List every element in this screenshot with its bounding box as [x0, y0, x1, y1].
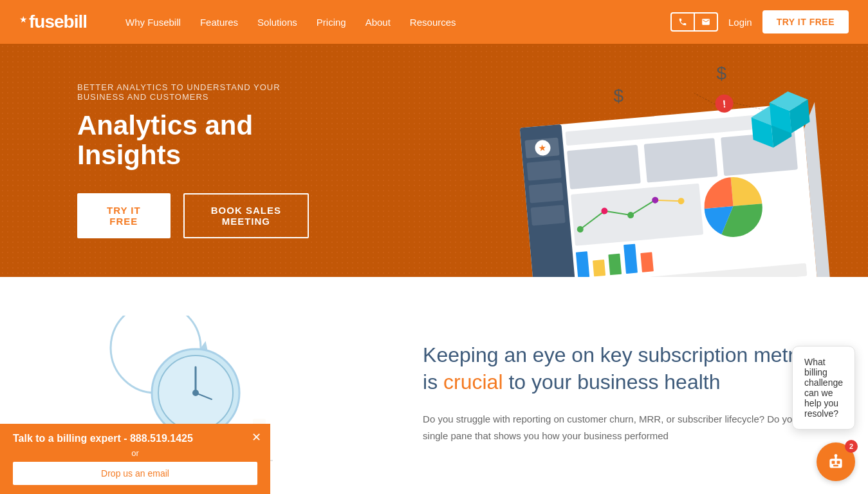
nav-features[interactable]: Features: [200, 17, 238, 28]
hero-content: BETTER ANALYTICS TO UNDERSTAND YOUR BUSI…: [0, 44, 386, 277]
svg-rect-54: [833, 465, 838, 466]
chat-bubble: What billing challenge can we help you r…: [792, 346, 855, 430]
dollar-sign-2: $: [716, 63, 726, 84]
phone-icon: [678, 17, 687, 26]
hero-subtitle: BETTER ANALYTICS TO UNDERSTAND YOUR BUSI…: [77, 82, 309, 102]
chat-widget: What billing challenge can we help you r…: [817, 442, 855, 481]
hero-buttons: TRY IT FREE BOOK SALES MEETING: [77, 193, 309, 238]
nav-pricing[interactable]: Pricing: [317, 17, 346, 28]
svg-rect-13: [644, 138, 718, 182]
phone-icon-button[interactable]: [672, 14, 694, 30]
robot-icon: [826, 451, 846, 472]
logo[interactable]: ★ fusebill: [19, 12, 87, 32]
logo-star-icon: ★: [19, 14, 28, 24]
logo-text: fusebill: [29, 12, 87, 32]
notif-bar-text: Talk to a billing expert - 888.519.1425: [13, 433, 193, 444]
chat-avatar-button[interactable]: 2: [817, 442, 855, 481]
svg-point-56: [835, 454, 838, 457]
svg-rect-26: [576, 251, 589, 277]
contact-icons: [670, 12, 718, 32]
try-free-header-button[interactable]: TRY IT FREE: [762, 10, 849, 33]
login-button[interactable]: Login: [728, 17, 752, 28]
notif-bar-close-button[interactable]: ✕: [252, 430, 261, 444]
hero-illustration: $ $: [495, 50, 842, 277]
hero-section: BETTER ANALYTICS TO UNDERSTAND YOUR BUSI…: [0, 44, 868, 277]
svg-rect-7: [528, 182, 563, 203]
dashboard-svg: ★: [495, 50, 836, 277]
header-actions: Login TRY IT FREE: [670, 10, 849, 33]
nav-solutions[interactable]: Solutions: [257, 17, 297, 28]
nav-about[interactable]: About: [365, 17, 391, 28]
svg-text:★: ★: [538, 142, 547, 153]
section-body: Do you struggle with reporting on custom…: [423, 411, 836, 444]
notification-bar: ✕ Talk to a billing expert - 888.519.142…: [0, 424, 270, 494]
svg-rect-52: [832, 461, 835, 464]
svg-rect-6: [526, 160, 561, 180]
svg-rect-27: [593, 260, 605, 276]
svg-rect-30: [640, 252, 654, 272]
heading-highlight: crucial: [443, 370, 503, 394]
svg-rect-51: [829, 459, 842, 468]
svg-rect-12: [567, 145, 641, 189]
chat-badge: 2: [845, 440, 858, 453]
svg-line-41: [694, 91, 716, 106]
svg-point-46: [192, 390, 199, 396]
svg-rect-8: [531, 205, 566, 225]
main-nav: Why Fusebill Features Solutions Pricing …: [125, 17, 670, 28]
nav-resources[interactable]: Resources: [410, 17, 456, 28]
svg-rect-53: [837, 461, 840, 464]
heading-part2: to your business health: [503, 370, 721, 394]
email-icon-button[interactable]: [694, 14, 717, 30]
notif-bar-email-button[interactable]: Drop us an email: [13, 462, 257, 485]
try-free-hero-button[interactable]: TRY IT FREE: [77, 193, 171, 238]
email-icon: [701, 17, 710, 26]
section-heading: Keeping an eye on key subscription metri…: [423, 342, 836, 395]
chat-avatar-container: 2: [817, 442, 855, 481]
chat-bubble-text: What billing challenge can we help you r…: [804, 357, 843, 419]
dollar-sign-1: $: [613, 86, 623, 106]
hero-title: Analytics and Insights: [77, 111, 309, 170]
nav-why-fusebill[interactable]: Why Fusebill: [125, 17, 181, 28]
svg-rect-28: [608, 254, 622, 275]
book-meeting-button[interactable]: BOOK SALES MEETING: [183, 193, 309, 238]
header: ★ fusebill Why Fusebill Features Solutio…: [0, 0, 868, 44]
notif-bar-or-text: or: [13, 448, 257, 458]
